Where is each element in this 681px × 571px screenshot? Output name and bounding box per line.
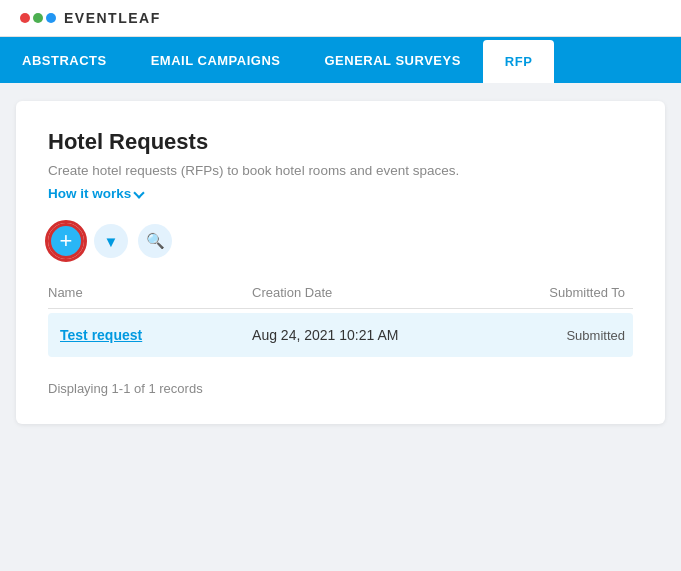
table-row: Test request Aug 24, 2021 10:21 AM Submi… [48,313,633,357]
col-header-creation-date: Creation Date [252,285,497,300]
nav-bar: ABSTRACTS EMAIL CAMPAIGNS GENERAL SURVEY… [0,37,681,83]
how-it-works-label: How it works [48,186,131,201]
row-name-link[interactable]: Test request [48,327,252,343]
add-button[interactable]: + [48,223,84,259]
search-icon: 🔍 [146,232,165,250]
row-creation-date: Aug 24, 2021 10:21 AM [252,327,497,343]
table-area: Name Creation Date Submitted To Test req… [48,277,633,396]
filter-icon: ▼ [104,233,119,250]
col-header-submitted-to: Submitted To [497,285,633,300]
content-area: Hotel Requests Create hotel requests (RF… [16,101,665,424]
logo-area: EVENTLEAF [20,10,161,26]
page-title: Hotel Requests [48,129,633,155]
logo-dots [20,13,56,23]
filter-button[interactable]: ▼ [94,224,128,258]
how-it-works-link[interactable]: How it works [48,186,143,201]
nav-item-email-campaigns[interactable]: EMAIL CAMPAIGNS [129,37,303,83]
top-bar: EVENTLEAF [0,0,681,37]
dot-red [20,13,30,23]
toolbar: + ▼ 🔍 [48,223,633,259]
chevron-down-icon [134,187,145,198]
records-count: Displaying 1-1 of 1 records [48,381,203,396]
dot-green [33,13,43,23]
row-submitted-to: Submitted [497,328,633,343]
nav-item-general-surveys[interactable]: GENERAL SURVEYS [302,37,482,83]
nav-item-abstracts[interactable]: ABSTRACTS [0,37,129,83]
col-header-name: Name [48,285,252,300]
search-button[interactable]: 🔍 [138,224,172,258]
dot-blue [46,13,56,23]
logo-text: EVENTLEAF [64,10,161,26]
plus-icon: + [60,230,73,252]
nav-item-rfp[interactable]: RFP [483,40,555,83]
page-description: Create hotel requests (RFPs) to book hot… [48,163,633,178]
table-header: Name Creation Date Submitted To [48,277,633,309]
table-footer: Displaying 1-1 of 1 records [48,371,633,396]
